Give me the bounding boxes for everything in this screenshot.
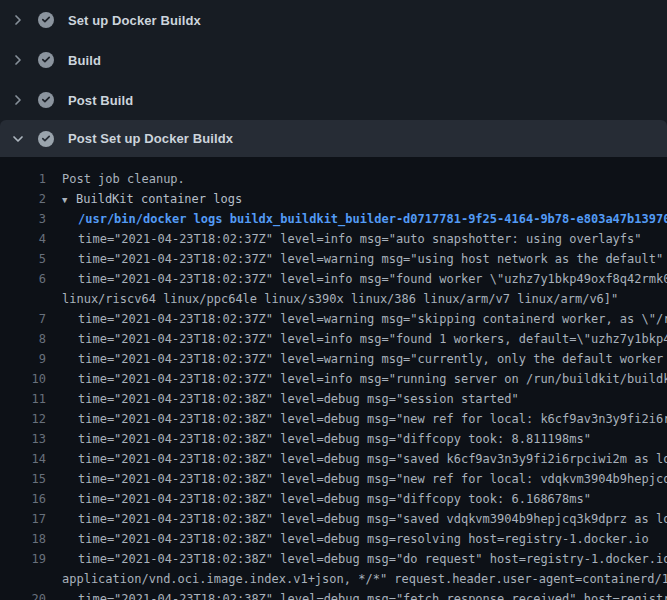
chevron-down-icon [10, 131, 26, 147]
line-number[interactable]: 9 [0, 349, 46, 369]
step-label: Build [68, 53, 101, 68]
check-circle-icon [38, 131, 54, 147]
log-line: 8time="2021-04-23T18:02:37Z" level=info … [0, 329, 667, 349]
log-text: time="2021-04-23T18:02:37Z" level=info m… [46, 229, 642, 249]
line-number[interactable]: 5 [0, 249, 46, 269]
line-number[interactable]: 13 [0, 429, 46, 449]
line-number[interactable]: 4 [0, 229, 46, 249]
log-command-text: /usr/bin/docker logs buildx_buildkit_bui… [46, 209, 667, 229]
line-number[interactable]: 2 [0, 189, 46, 209]
log-line: 14time="2021-04-23T18:02:38Z" level=debu… [0, 449, 667, 469]
log-text: time="2021-04-23T18:02:38Z" level=debug … [46, 489, 591, 509]
line-number[interactable]: 3 [0, 209, 46, 229]
line-number[interactable]: 7 [0, 309, 46, 329]
log-text: time="2021-04-23T18:02:37Z" level=warnin… [46, 349, 667, 369]
line-number[interactable]: 1 [0, 169, 46, 189]
log-line: 5time="2021-04-23T18:02:37Z" level=warni… [0, 249, 667, 269]
step-label: Set up Docker Buildx [68, 13, 201, 28]
step-row-post-build[interactable]: Post Build [0, 80, 667, 120]
step-label: Post Set up Docker Buildx [68, 131, 233, 146]
line-number[interactable]: 17 [0, 509, 46, 529]
log-text: time="2021-04-23T18:02:38Z" level=debug … [46, 509, 667, 529]
log-text: time="2021-04-23T18:02:38Z" level=debug … [46, 409, 667, 429]
log-line: 20time="2021-04-23T18:02:38Z" level=debu… [0, 589, 667, 600]
line-number[interactable]: 8 [0, 329, 46, 349]
log-line: 3/usr/bin/docker logs buildx_buildkit_bu… [0, 209, 667, 229]
step-row-build[interactable]: Build [0, 40, 667, 80]
log-line: application/vnd.oci.image.index.v1+json,… [0, 569, 667, 589]
log-line: 4time="2021-04-23T18:02:37Z" level=info … [0, 229, 667, 249]
log-line: 16time="2021-04-23T18:02:38Z" level=debu… [0, 489, 667, 509]
line-number [0, 289, 46, 309]
log-text: Post job cleanup. [46, 169, 185, 189]
line-number[interactable]: 10 [0, 369, 46, 389]
log-line: 1Post job cleanup. [0, 169, 667, 189]
chevron-right-icon [10, 52, 26, 68]
line-number[interactable]: 20 [0, 589, 46, 600]
line-number[interactable]: 18 [0, 529, 46, 549]
log-line: 10time="2021-04-23T18:02:37Z" level=info… [0, 369, 667, 389]
log-text: time="2021-04-23T18:02:38Z" level=debug … [46, 449, 667, 469]
log-line: 6time="2021-04-23T18:02:37Z" level=info … [0, 269, 667, 289]
log-group-label: BuildKit container logs [76, 192, 242, 206]
line-number [0, 569, 46, 589]
log-line: 11time="2021-04-23T18:02:38Z" level=debu… [0, 389, 667, 409]
triangle-down-icon: ▼ [62, 190, 76, 210]
log-text: time="2021-04-23T18:02:37Z" level=warnin… [46, 249, 663, 269]
check-circle-icon [38, 52, 54, 68]
log-text: time="2021-04-23T18:02:37Z" level=info m… [46, 369, 667, 389]
step-row-post-set-up-docker-buildx[interactable]: Post Set up Docker Buildx [0, 120, 667, 157]
log-line: 9time="2021-04-23T18:02:37Z" level=warni… [0, 349, 667, 369]
line-number[interactable]: 19 [0, 549, 46, 569]
line-number[interactable]: 16 [0, 489, 46, 509]
line-number[interactable]: 6 [0, 269, 46, 289]
step-label: Post Build [68, 93, 133, 108]
check-circle-icon [38, 92, 54, 108]
line-number[interactable]: 15 [0, 469, 46, 489]
step-row-set-up-docker-buildx[interactable]: Set up Docker Buildx [0, 0, 667, 40]
log-group-header[interactable]: ▼BuildKit container logs [46, 189, 242, 209]
chevron-right-icon [10, 92, 26, 108]
log-line: 17time="2021-04-23T18:02:38Z" level=debu… [0, 509, 667, 529]
log-line: 12time="2021-04-23T18:02:38Z" level=debu… [0, 409, 667, 429]
log-text: time="2021-04-23T18:02:38Z" level=debug … [46, 469, 667, 489]
workflow-steps-list: Set up Docker Buildx Build Post Build Po… [0, 0, 667, 157]
log-text: time="2021-04-23T18:02:38Z" level=debug … [46, 389, 519, 409]
log-text: time="2021-04-23T18:02:37Z" level=warnin… [46, 309, 667, 329]
log-text: time="2021-04-23T18:02:37Z" level=info m… [46, 269, 667, 289]
log-text: time="2021-04-23T18:02:38Z" level=debug … [46, 429, 591, 449]
log-text: time="2021-04-23T18:02:38Z" level=debug … [46, 589, 667, 600]
log-line: 19time="2021-04-23T18:02:38Z" level=debu… [0, 549, 667, 569]
log-text: time="2021-04-23T18:02:38Z" level=debug … [46, 549, 667, 569]
step-log-output: 1Post job cleanup.2▼BuildKit container l… [0, 157, 667, 600]
line-number[interactable]: 12 [0, 409, 46, 429]
log-text: linux/riscv64 linux/ppc64le linux/s390x … [46, 289, 618, 309]
log-text: application/vnd.oci.image.index.v1+json,… [46, 569, 667, 589]
log-line: linux/riscv64 linux/ppc64le linux/s390x … [0, 289, 667, 309]
chevron-right-icon [10, 12, 26, 28]
log-line: 13time="2021-04-23T18:02:38Z" level=debu… [0, 429, 667, 449]
log-text: time="2021-04-23T18:02:37Z" level=info m… [46, 329, 667, 349]
log-line: 2▼BuildKit container logs [0, 189, 667, 209]
check-circle-icon [38, 12, 54, 28]
log-line: 18time="2021-04-23T18:02:38Z" level=debu… [0, 529, 667, 549]
line-number[interactable]: 11 [0, 389, 46, 409]
line-number[interactable]: 14 [0, 449, 46, 469]
log-text: time="2021-04-23T18:02:38Z" level=debug … [46, 529, 649, 549]
log-line: 15time="2021-04-23T18:02:38Z" level=debu… [0, 469, 667, 489]
log-line: 7time="2021-04-23T18:02:37Z" level=warni… [0, 309, 667, 329]
